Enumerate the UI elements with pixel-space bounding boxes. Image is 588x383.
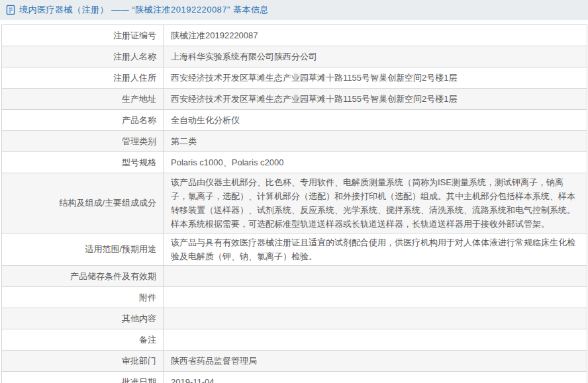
table-row: 注册人名称上海科华实验系统有限公司陕西分公司 — [2, 46, 587, 67]
row-label: 适用范围/预期用途 — [2, 234, 164, 266]
row-label-text: 产品储存条件及有效期 — [70, 271, 156, 281]
table-row: 其他内容 — [2, 308, 587, 329]
row-value: Polaris c1000、Polaris c2000 — [164, 152, 587, 173]
row-value-text: 西安经济技术开发区草滩生态产业园草滩十路1155号智巢创新空间2号楼1层 — [171, 73, 457, 83]
row-label-text: 备注 — [139, 335, 156, 345]
info-table: 注册证编号陕械注准20192220087注册人名称上海科华实验系统有限公司陕西分… — [1, 24, 587, 383]
row-label-text: 注册证编号 — [113, 30, 156, 40]
row-value — [164, 266, 587, 287]
page-title: 境内医疗器械（注册） —— “陕械注准20192220087” 基本信息 — [19, 4, 269, 16]
row-label-text: 管理类别 — [122, 136, 156, 146]
row-value: 西安经济技术开发区草滩生态产业园草滩十路1155号智巢创新空间2号楼1层 — [164, 89, 587, 110]
row-label: 其他内容 — [2, 308, 164, 329]
table-row: 结构及组成/主要组成成分该产品由仪器主机部分、比色杯、专用软件、电解质测量系统（… — [2, 173, 587, 234]
table-row: 管理类别第二类 — [2, 131, 587, 152]
table-row: 型号规格Polaris c1000、Polaris c2000 — [2, 152, 587, 173]
row-label-text: 其他内容 — [122, 314, 156, 323]
row-label-text: 型号规格 — [122, 157, 156, 167]
row-value-text: 陕械注准20192220087 — [171, 30, 258, 40]
row-label: 批准日期 — [2, 372, 164, 383]
table-row: 注册人住所西安经济技术开发区草滩生态产业园草滩十路1155号智巢创新空间2号楼1… — [2, 67, 587, 89]
table-row: 适用范围/预期用途该产品与具有有效医疗器械注册证且适宜的试剂配合使用，供医疗机构… — [2, 234, 587, 266]
row-value-text: 上海科华实验系统有限公司陕西分公司 — [171, 52, 317, 62]
row-value: 2019-11-04 — [164, 372, 587, 383]
row-value-text: 全自动生化分析仪 — [171, 115, 240, 125]
row-label: 生产地址 — [2, 89, 164, 110]
row-label-text: 注册人名称 — [113, 52, 156, 62]
row-value: 陕西省药品监督管理局 — [164, 351, 587, 372]
table-row: 附件 — [2, 287, 587, 308]
row-label: 结构及组成/主要组成成分 — [2, 173, 164, 234]
table-row: 生产地址西安经济技术开发区草滩生态产业园草滩十路1155号智巢创新空间2号楼1层 — [2, 89, 587, 110]
row-value — [164, 329, 587, 351]
row-label-text: 审批部门 — [122, 356, 156, 366]
row-label: 型号规格 — [2, 152, 164, 173]
row-label: 审批部门 — [2, 351, 164, 372]
row-value: 上海科华实验系统有限公司陕西分公司 — [164, 46, 587, 67]
row-label: 注册人住所 — [2, 67, 164, 89]
row-value: 该产品与具有有效医疗器械注册证且适宜的试剂配合使用，供医疗机构用于对人体体液进行… — [164, 234, 587, 266]
page: 境内医疗器械（注册） —— “陕械注准20192220087” 基本信息 注册证… — [0, 0, 588, 383]
row-label-text: 适用范围/预期用途 — [85, 244, 156, 254]
document-icon — [6, 5, 16, 15]
page-header: 境内医疗器械（注册） —— “陕械注准20192220087” 基本信息 — [0, 0, 588, 20]
table-row: 审批部门陕西省药品监督管理局 — [2, 351, 587, 372]
row-value-text: 西安经济技术开发区草滩生态产业园草滩十路1155号智巢创新空间2号楼1层 — [171, 94, 457, 104]
row-label: 注册证编号 — [2, 25, 164, 46]
row-label: 产品名称 — [2, 110, 164, 131]
row-value-text: 陕西省药品监督管理局 — [171, 356, 257, 366]
row-label: 注册人名称 — [2, 46, 164, 67]
row-value: 西安经济技术开发区草滩生态产业园草滩十路1155号智巢创新空间2号楼1层 — [164, 67, 587, 89]
row-value: 第二类 — [164, 131, 587, 152]
row-label: 管理类别 — [2, 131, 164, 152]
row-value-text: 2019-11-04 — [171, 377, 215, 383]
row-label-text: 批准日期 — [122, 377, 156, 383]
row-label-text: 注册人住所 — [113, 73, 156, 83]
table-row: 产品名称全自动生化分析仪 — [2, 110, 587, 131]
row-value: 陕械注准20192220087 — [164, 25, 587, 46]
row-label: 备注 — [2, 329, 164, 351]
row-value: 该产品由仪器主机部分、比色杯、专用软件、电解质测量系统（简称为ISE测量系统，测… — [164, 173, 587, 234]
table-row: 备注 — [2, 329, 587, 351]
row-value — [164, 308, 587, 329]
row-label-text: 结构及组成/主要组成成分 — [59, 198, 156, 208]
row-label: 附件 — [2, 287, 164, 308]
row-value — [164, 287, 587, 308]
row-value-text: Polaris c1000、Polaris c2000 — [171, 157, 284, 167]
table-row: 产品储存条件及有效期 — [2, 266, 587, 287]
row-value-text: 该产品由仪器主机部分、比色杯、专用软件、电解质测量系统（简称为ISE测量系统，测… — [171, 177, 575, 229]
row-label-text: 生产地址 — [122, 94, 156, 104]
row-label-text: 产品名称 — [122, 115, 156, 125]
row-value: 全自动生化分析仪 — [164, 110, 587, 131]
table-row: 注册证编号陕械注准20192220087 — [2, 25, 587, 46]
row-label-text: 附件 — [139, 292, 156, 302]
row-label: 产品储存条件及有效期 — [2, 266, 164, 287]
table-row: 批准日期2019-11-04 — [2, 372, 587, 383]
row-value-text: 第二类 — [171, 136, 197, 146]
row-value-text: 该产品与具有有效医疗器械注册证且适宜的试剂配合使用，供医疗机构用于对人体体液进行… — [171, 237, 575, 261]
